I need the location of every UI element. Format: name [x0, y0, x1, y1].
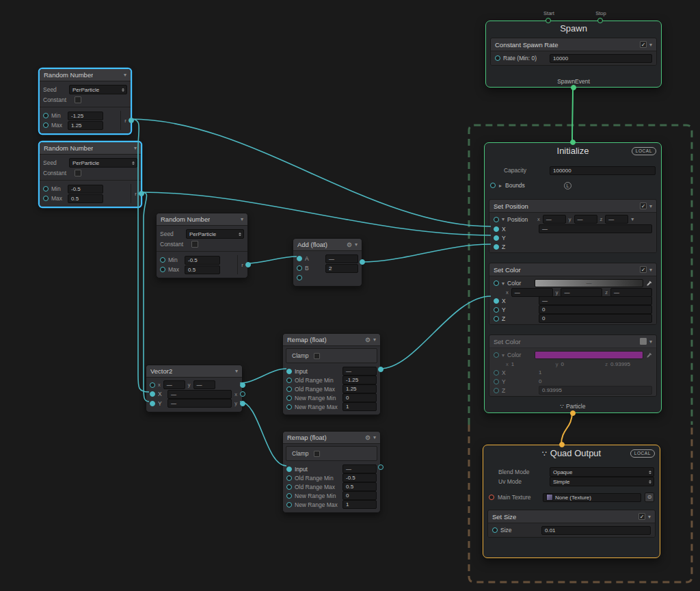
- block-header[interactable]: Set Size ✓ ▾: [488, 510, 655, 523]
- min-field[interactable]: -1.25: [68, 111, 103, 120]
- rate-port[interactable]: [495, 55, 500, 61]
- min-field[interactable]: -0.5: [185, 256, 220, 265]
- x-field[interactable]: —: [539, 224, 652, 233]
- node-random-number-2[interactable]: Random Number ▾ Seed PerParticle Constan…: [39, 142, 142, 207]
- node-title[interactable]: Remap (float) ⚙ ▾: [283, 334, 380, 346]
- output-port[interactable]: [240, 382, 245, 388]
- position-z-field[interactable]: —: [605, 215, 628, 224]
- new-range-min-field[interactable]: 0: [342, 393, 377, 402]
- x-mini-field[interactable]: —: [163, 380, 185, 389]
- position-port[interactable]: [494, 217, 499, 222]
- new-range-min-field[interactable]: 0: [342, 491, 377, 500]
- new-range-min-port[interactable]: [286, 395, 292, 401]
- node-title[interactable]: Random Number ▾: [40, 69, 131, 81]
- output-port[interactable]: [129, 118, 134, 123]
- add-input-port[interactable]: [297, 275, 302, 280]
- block-header[interactable]: Set Color ▾: [489, 335, 656, 347]
- chevron-down-icon[interactable]: ▾: [373, 434, 376, 441]
- capacity-field[interactable]: 100000: [550, 166, 656, 175]
- node-random-number-1[interactable]: Random Number ▾ Seed PerParticle Constan…: [39, 68, 131, 134]
- max-field[interactable]: 1.25: [68, 121, 103, 130]
- old-range-max-port[interactable]: [286, 386, 292, 392]
- block-enabled-checkbox[interactable]: ✓: [640, 266, 647, 273]
- position-x-field[interactable]: —: [543, 215, 566, 224]
- input-port[interactable]: [286, 467, 292, 472]
- color-y-port[interactable]: [494, 307, 499, 313]
- x-output-port[interactable]: [240, 391, 245, 397]
- chevron-down-icon[interactable]: ▾: [124, 72, 126, 78]
- node-remap-float-1[interactable]: Remap (float) ⚙ ▾ Clamp Input— Old Range…: [282, 333, 381, 415]
- color-z-port[interactable]: [494, 388, 499, 393]
- gear-icon[interactable]: ⚙: [365, 337, 371, 343]
- y-field[interactable]: —: [167, 399, 232, 408]
- color-swatch[interactable]: —: [535, 279, 643, 287]
- object-picker-button[interactable]: ⊙: [645, 492, 654, 502]
- min-port[interactable]: [43, 186, 49, 192]
- position-x-port[interactable]: [494, 226, 499, 232]
- block-set-position[interactable]: Set Position ✓ ▾ ▾ Position x — y — z — …: [489, 199, 657, 253]
- gear-icon[interactable]: ⚙: [365, 434, 371, 441]
- block-enabled-checkbox[interactable]: ✓: [640, 41, 647, 48]
- output-port[interactable]: [360, 259, 365, 265]
- vector2-port[interactable]: [150, 382, 155, 388]
- start-flow-port[interactable]: [546, 18, 551, 23]
- edge-add-to-setposition-z[interactable]: [362, 244, 491, 262]
- node-title[interactable]: Add (float) ⚙ ▾: [293, 239, 362, 251]
- new-range-max-port[interactable]: [286, 502, 292, 508]
- chevron-down-icon[interactable]: ▾: [649, 339, 652, 345]
- output-port[interactable]: [139, 191, 144, 196]
- spawn-event-port[interactable]: [571, 85, 576, 90]
- foldout-closed-icon[interactable]: ▸: [499, 183, 502, 189]
- block-set-size[interactable]: Set Size ✓ ▾ Size 0.01: [487, 510, 656, 538]
- min-port[interactable]: [160, 257, 165, 263]
- block-enabled-checkbox[interactable]: ✓: [638, 513, 645, 520]
- old-range-max-port[interactable]: [286, 484, 292, 490]
- new-range-max-field[interactable]: 1: [342, 402, 377, 411]
- x-field[interactable]: —: [167, 390, 232, 399]
- a-port[interactable]: [297, 256, 302, 261]
- color-x-port[interactable]: [494, 370, 499, 376]
- foldout-open-icon[interactable]: ▾: [502, 352, 504, 358]
- constant-checkbox[interactable]: [191, 241, 198, 248]
- color-x-port[interactable]: [494, 298, 499, 304]
- block-header[interactable]: Constant Spawn Rate ✓ ▾: [491, 38, 656, 51]
- seed-dropdown[interactable]: PerParticle: [69, 158, 137, 168]
- particle-input-port[interactable]: [559, 442, 565, 447]
- chevron-down-icon[interactable]: ▾: [355, 241, 358, 248]
- context-quad-output[interactable]: ∵Quad Output LOCAL Blend Mode Opaque Uv …: [483, 445, 660, 558]
- context-spawn[interactable]: Start Stop Spawn Constant Spawn Rate ✓ ▾…: [485, 21, 662, 88]
- output-port[interactable]: [378, 464, 383, 470]
- node-add-float[interactable]: Add (float) ⚙ ▾ A— B2: [293, 238, 362, 287]
- color-y-port[interactable]: [494, 379, 499, 384]
- chevron-down-icon[interactable]: ▾: [648, 514, 651, 520]
- eyedropper-icon[interactable]: [646, 352, 652, 358]
- min-port[interactable]: [43, 113, 49, 118]
- particle-output-port[interactable]: [570, 410, 576, 416]
- max-port[interactable]: [160, 267, 165, 272]
- edge-vector2-to-remap2-input[interactable]: [240, 402, 286, 466]
- node-title[interactable]: Vector2 ▾: [146, 365, 242, 378]
- y-port[interactable]: [150, 401, 155, 406]
- node-vector2[interactable]: Vector2 ▾ x — y — X — x Y — y: [146, 365, 243, 412]
- chevron-down-icon[interactable]: ▾: [649, 267, 652, 273]
- b-field[interactable]: 2: [325, 264, 358, 273]
- input-field[interactable]: —: [342, 367, 377, 376]
- output-port[interactable]: [378, 367, 383, 372]
- x-port[interactable]: [150, 391, 155, 397]
- edge-spawn-to-initialize[interactable]: [572, 86, 573, 142]
- edge-vector2-to-remap1-input[interactable]: [240, 369, 286, 383]
- eyedropper-icon[interactable]: [646, 280, 652, 287]
- z-field[interactable]: 0.93995: [539, 386, 652, 395]
- node-title[interactable]: Random Number ▾: [40, 142, 141, 155]
- chevron-down-icon[interactable]: ▾: [235, 368, 238, 374]
- output-port[interactable]: [245, 262, 251, 267]
- block-constant-spawn-rate[interactable]: Constant Spawn Rate ✓ ▾ Rate (Min: 0) 10…: [490, 38, 657, 66]
- old-range-min-port[interactable]: [286, 475, 292, 481]
- color-z-port[interactable]: [494, 316, 499, 321]
- max-field[interactable]: 0.5: [68, 194, 103, 203]
- block-set-color-b[interactable]: Set Color ▾ ▾ Color x 1 y 0 z 0.93995: [489, 334, 657, 397]
- old-range-max-field[interactable]: 0.5: [342, 482, 377, 491]
- old-range-min-field[interactable]: -0.5: [342, 473, 377, 482]
- constant-checkbox[interactable]: [75, 96, 81, 103]
- y-output-port[interactable]: [240, 401, 245, 406]
